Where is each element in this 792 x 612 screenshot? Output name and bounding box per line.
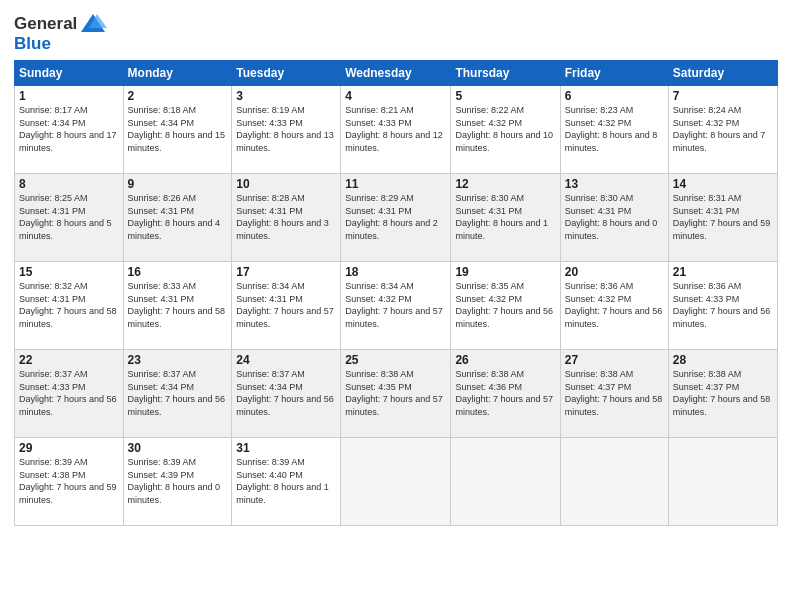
- day-number: 18: [345, 265, 446, 279]
- day-info: Sunrise: 8:38 AMSunset: 4:36 PMDaylight:…: [455, 369, 553, 417]
- calendar-cell: 3 Sunrise: 8:19 AMSunset: 4:33 PMDayligh…: [232, 86, 341, 174]
- day-number: 30: [128, 441, 228, 455]
- day-number: 26: [455, 353, 555, 367]
- calendar-cell: [341, 438, 451, 526]
- day-number: 2: [128, 89, 228, 103]
- weekday-header-tuesday: Tuesday: [232, 61, 341, 86]
- calendar-cell: 21 Sunrise: 8:36 AMSunset: 4:33 PMDaylig…: [668, 262, 777, 350]
- calendar-cell: 19 Sunrise: 8:35 AMSunset: 4:32 PMDaylig…: [451, 262, 560, 350]
- calendar-cell: 5 Sunrise: 8:22 AMSunset: 4:32 PMDayligh…: [451, 86, 560, 174]
- calendar-cell: 22 Sunrise: 8:37 AMSunset: 4:33 PMDaylig…: [15, 350, 124, 438]
- logo-icon: [79, 10, 107, 38]
- day-info: Sunrise: 8:22 AMSunset: 4:32 PMDaylight:…: [455, 105, 553, 153]
- day-number: 4: [345, 89, 446, 103]
- day-number: 25: [345, 353, 446, 367]
- day-info: Sunrise: 8:31 AMSunset: 4:31 PMDaylight:…: [673, 193, 771, 241]
- day-info: Sunrise: 8:33 AMSunset: 4:31 PMDaylight:…: [128, 281, 226, 329]
- calendar-cell: 11 Sunrise: 8:29 AMSunset: 4:31 PMDaylig…: [341, 174, 451, 262]
- weekday-header-wednesday: Wednesday: [341, 61, 451, 86]
- day-number: 16: [128, 265, 228, 279]
- day-info: Sunrise: 8:39 AMSunset: 4:40 PMDaylight:…: [236, 457, 329, 505]
- day-info: Sunrise: 8:37 AMSunset: 4:34 PMDaylight:…: [128, 369, 226, 417]
- calendar-cell: 17 Sunrise: 8:34 AMSunset: 4:31 PMDaylig…: [232, 262, 341, 350]
- calendar-cell: 23 Sunrise: 8:37 AMSunset: 4:34 PMDaylig…: [123, 350, 232, 438]
- calendar-cell: 26 Sunrise: 8:38 AMSunset: 4:36 PMDaylig…: [451, 350, 560, 438]
- day-number: 22: [19, 353, 119, 367]
- day-info: Sunrise: 8:24 AMSunset: 4:32 PMDaylight:…: [673, 105, 766, 153]
- weekday-header-monday: Monday: [123, 61, 232, 86]
- day-number: 13: [565, 177, 664, 191]
- day-number: 8: [19, 177, 119, 191]
- day-number: 11: [345, 177, 446, 191]
- day-info: Sunrise: 8:26 AMSunset: 4:31 PMDaylight:…: [128, 193, 221, 241]
- day-number: 20: [565, 265, 664, 279]
- day-number: 14: [673, 177, 773, 191]
- calendar-cell: 25 Sunrise: 8:38 AMSunset: 4:35 PMDaylig…: [341, 350, 451, 438]
- day-number: 7: [673, 89, 773, 103]
- day-number: 28: [673, 353, 773, 367]
- calendar-cell: 12 Sunrise: 8:30 AMSunset: 4:31 PMDaylig…: [451, 174, 560, 262]
- day-number: 29: [19, 441, 119, 455]
- day-info: Sunrise: 8:28 AMSunset: 4:31 PMDaylight:…: [236, 193, 329, 241]
- weekday-header-sunday: Sunday: [15, 61, 124, 86]
- day-info: Sunrise: 8:36 AMSunset: 4:32 PMDaylight:…: [565, 281, 663, 329]
- calendar-cell: 28 Sunrise: 8:38 AMSunset: 4:37 PMDaylig…: [668, 350, 777, 438]
- day-number: 5: [455, 89, 555, 103]
- day-number: 3: [236, 89, 336, 103]
- day-number: 31: [236, 441, 336, 455]
- calendar-cell: 4 Sunrise: 8:21 AMSunset: 4:33 PMDayligh…: [341, 86, 451, 174]
- day-info: Sunrise: 8:39 AMSunset: 4:39 PMDaylight:…: [128, 457, 221, 505]
- day-number: 12: [455, 177, 555, 191]
- day-number: 15: [19, 265, 119, 279]
- calendar-cell: 14 Sunrise: 8:31 AMSunset: 4:31 PMDaylig…: [668, 174, 777, 262]
- calendar-table: SundayMondayTuesdayWednesdayThursdayFrid…: [14, 60, 778, 526]
- day-info: Sunrise: 8:17 AMSunset: 4:34 PMDaylight:…: [19, 105, 117, 153]
- day-number: 1: [19, 89, 119, 103]
- day-info: Sunrise: 8:37 AMSunset: 4:34 PMDaylight:…: [236, 369, 334, 417]
- calendar-cell: 1 Sunrise: 8:17 AMSunset: 4:34 PMDayligh…: [15, 86, 124, 174]
- day-info: Sunrise: 8:23 AMSunset: 4:32 PMDaylight:…: [565, 105, 658, 153]
- logo: General Blue: [14, 10, 107, 54]
- calendar-cell: 24 Sunrise: 8:37 AMSunset: 4:34 PMDaylig…: [232, 350, 341, 438]
- calendar-cell: 8 Sunrise: 8:25 AMSunset: 4:31 PMDayligh…: [15, 174, 124, 262]
- day-info: Sunrise: 8:36 AMSunset: 4:33 PMDaylight:…: [673, 281, 771, 329]
- calendar-cell: [668, 438, 777, 526]
- weekday-header-saturday: Saturday: [668, 61, 777, 86]
- calendar-cell: 6 Sunrise: 8:23 AMSunset: 4:32 PMDayligh…: [560, 86, 668, 174]
- day-info: Sunrise: 8:35 AMSunset: 4:32 PMDaylight:…: [455, 281, 553, 329]
- weekday-header-friday: Friday: [560, 61, 668, 86]
- calendar-cell: 18 Sunrise: 8:34 AMSunset: 4:32 PMDaylig…: [341, 262, 451, 350]
- day-number: 6: [565, 89, 664, 103]
- day-info: Sunrise: 8:25 AMSunset: 4:31 PMDaylight:…: [19, 193, 112, 241]
- calendar-cell: 2 Sunrise: 8:18 AMSunset: 4:34 PMDayligh…: [123, 86, 232, 174]
- calendar-cell: [560, 438, 668, 526]
- day-info: Sunrise: 8:38 AMSunset: 4:37 PMDaylight:…: [673, 369, 771, 417]
- day-number: 19: [455, 265, 555, 279]
- day-number: 9: [128, 177, 228, 191]
- day-number: 23: [128, 353, 228, 367]
- calendar-cell: 29 Sunrise: 8:39 AMSunset: 4:38 PMDaylig…: [15, 438, 124, 526]
- day-info: Sunrise: 8:37 AMSunset: 4:33 PMDaylight:…: [19, 369, 117, 417]
- calendar-cell: 16 Sunrise: 8:33 AMSunset: 4:31 PMDaylig…: [123, 262, 232, 350]
- day-info: Sunrise: 8:30 AMSunset: 4:31 PMDaylight:…: [565, 193, 658, 241]
- logo-general: General: [14, 14, 77, 34]
- day-info: Sunrise: 8:19 AMSunset: 4:33 PMDaylight:…: [236, 105, 334, 153]
- day-info: Sunrise: 8:30 AMSunset: 4:31 PMDaylight:…: [455, 193, 548, 241]
- calendar-cell: 15 Sunrise: 8:32 AMSunset: 4:31 PMDaylig…: [15, 262, 124, 350]
- day-info: Sunrise: 8:38 AMSunset: 4:37 PMDaylight:…: [565, 369, 663, 417]
- day-info: Sunrise: 8:32 AMSunset: 4:31 PMDaylight:…: [19, 281, 117, 329]
- calendar-cell: 10 Sunrise: 8:28 AMSunset: 4:31 PMDaylig…: [232, 174, 341, 262]
- calendar-cell: 7 Sunrise: 8:24 AMSunset: 4:32 PMDayligh…: [668, 86, 777, 174]
- day-number: 21: [673, 265, 773, 279]
- calendar-cell: 31 Sunrise: 8:39 AMSunset: 4:40 PMDaylig…: [232, 438, 341, 526]
- day-info: Sunrise: 8:34 AMSunset: 4:31 PMDaylight:…: [236, 281, 334, 329]
- calendar-cell: 27 Sunrise: 8:38 AMSunset: 4:37 PMDaylig…: [560, 350, 668, 438]
- day-info: Sunrise: 8:39 AMSunset: 4:38 PMDaylight:…: [19, 457, 117, 505]
- day-number: 24: [236, 353, 336, 367]
- calendar-cell: 30 Sunrise: 8:39 AMSunset: 4:39 PMDaylig…: [123, 438, 232, 526]
- weekday-header-thursday: Thursday: [451, 61, 560, 86]
- day-info: Sunrise: 8:34 AMSunset: 4:32 PMDaylight:…: [345, 281, 443, 329]
- calendar-cell: 9 Sunrise: 8:26 AMSunset: 4:31 PMDayligh…: [123, 174, 232, 262]
- day-info: Sunrise: 8:18 AMSunset: 4:34 PMDaylight:…: [128, 105, 226, 153]
- day-info: Sunrise: 8:29 AMSunset: 4:31 PMDaylight:…: [345, 193, 438, 241]
